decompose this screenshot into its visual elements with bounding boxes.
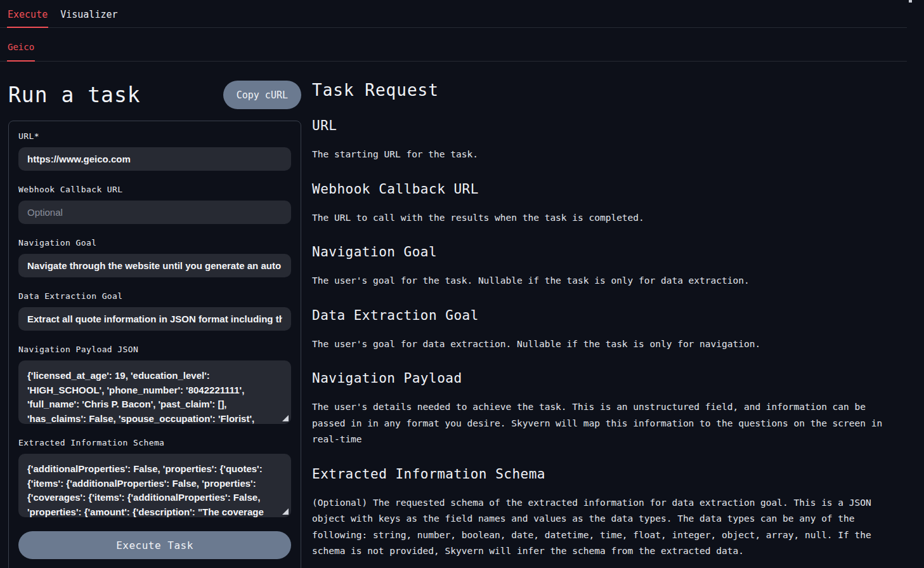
run-task-panel: Run a task Copy cURL URL* Webhook Callba… xyxy=(8,62,301,568)
navigation-payload-textarea[interactable]: {'licensed_at_age': 19, 'education_level… xyxy=(18,360,291,424)
field-webhook-callback-url: Webhook Callback URL xyxy=(18,185,291,224)
app-root: { "colors": { "background": "#0d1019", "… xyxy=(0,0,924,568)
field-navigation-goal: Navigation Goal xyxy=(18,238,291,277)
doc-body-navigation-goal: The user's goal for the task. Nullable i… xyxy=(312,273,897,289)
doc-body-url: The starting URL for the task. xyxy=(312,147,897,163)
navigation-payload-json-label: Navigation Payload JSON xyxy=(18,345,291,355)
doc-body-webhook-callback-url: The URL to call with the results when th… xyxy=(312,210,897,227)
sub-tab-bar: Geico xyxy=(0,28,907,62)
extracted-information-schema-textarea[interactable]: {'additionalProperties': False, 'propert… xyxy=(18,454,291,517)
main-tab-bar: Execute Visualizer xyxy=(0,0,907,28)
copy-curl-button[interactable]: Copy cURL xyxy=(223,81,301,109)
data-extraction-goal-input[interactable] xyxy=(18,307,291,331)
doc-heading-extracted-information-schema: Extracted Information Schema xyxy=(312,466,897,482)
navigation-goal-input[interactable] xyxy=(18,254,291,277)
page-title: Run a task xyxy=(8,81,141,109)
tab-visualizer[interactable]: Visualizer xyxy=(60,0,118,28)
doc-title: Task Request xyxy=(312,81,897,100)
url-input[interactable] xyxy=(18,147,291,171)
doc-heading-data-extraction-goal: Data Extraction Goal xyxy=(312,307,897,324)
doc-heading-webhook-callback-url: Webhook Callback URL xyxy=(312,181,897,197)
doc-heading-url: URL xyxy=(312,117,897,134)
doc-body-extracted-information-schema: (Optional) The requested schema of the e… xyxy=(312,495,897,560)
navigation-payload-textarea-wrap: {'licensed_at_age': 19, 'education_level… xyxy=(18,360,291,424)
run-task-header: Run a task Copy cURL xyxy=(8,81,301,109)
main-content: Run a task Copy cURL URL* Webhook Callba… xyxy=(0,62,924,568)
data-extraction-goal-label: Data Extraction Goal xyxy=(18,291,291,301)
tab-execute[interactable]: Execute xyxy=(7,0,48,28)
webhook-callback-url-input[interactable] xyxy=(18,201,291,224)
scrollbar-thumb[interactable] xyxy=(909,0,912,3)
doc-heading-navigation-payload: Navigation Payload xyxy=(312,370,897,386)
field-navigation-payload-json: Navigation Payload JSON {'licensed_at_ag… xyxy=(18,345,291,424)
field-data-extraction-goal: Data Extraction Goal xyxy=(18,291,291,331)
webhook-callback-url-label: Webhook Callback URL xyxy=(18,185,291,195)
execute-task-button[interactable]: Execute Task xyxy=(18,531,291,559)
task-form-card: URL* Webhook Callback URL Navigation Goa… xyxy=(8,121,301,568)
doc-heading-navigation-goal: Navigation Goal xyxy=(312,244,897,260)
field-extracted-information-schema: Extracted Information Schema {'additiona… xyxy=(18,438,291,517)
task-request-docs: Task Request URL The starting URL for th… xyxy=(312,62,916,560)
url-label: URL* xyxy=(18,131,291,142)
doc-body-data-extraction-goal: The user's goal for data extraction. Nul… xyxy=(312,336,897,353)
doc-body-navigation-payload: The user's details needed to achieve the… xyxy=(312,399,897,448)
navigation-goal-label: Navigation Goal xyxy=(18,238,291,248)
subtab-geico[interactable]: Geico xyxy=(7,28,35,62)
field-url: URL* xyxy=(18,131,291,171)
extracted-information-schema-textarea-wrap: {'additionalProperties': False, 'propert… xyxy=(18,454,291,517)
extracted-information-schema-label: Extracted Information Schema xyxy=(18,438,291,448)
